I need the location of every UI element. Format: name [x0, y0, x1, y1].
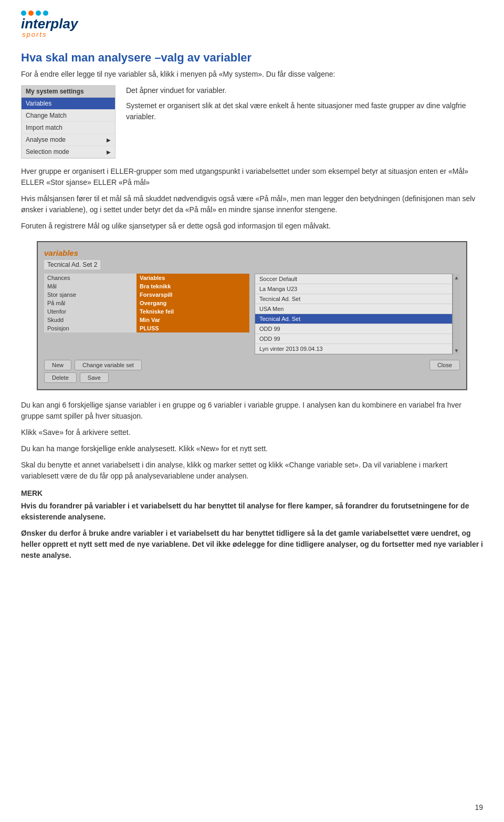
list-item-1[interactable]: La Manga U23 [255, 284, 452, 294]
page-title: Hva skal man analysere –valg av variable… [21, 51, 483, 65]
menu-panel: My system settings Variables Change Matc… [21, 85, 116, 159]
close-button[interactable]: Close [429, 360, 460, 370]
table-row: Posisjon PLUSS [44, 324, 249, 332]
table-row: Mål Bra teknikk [44, 282, 249, 290]
cell-right-6: PLUSS [136, 324, 249, 332]
cell-right-0: Variables [136, 274, 249, 282]
cell-left-5: Skudd [44, 316, 136, 324]
cell-left-6: Posisjon [44, 324, 136, 332]
new-button[interactable]: New [44, 360, 71, 370]
list-item-5[interactable]: ODD 99 [255, 324, 452, 334]
spacer [146, 360, 425, 370]
list-item-6[interactable]: ODD 99 [255, 334, 452, 344]
explanation-para2: Hvis målsjansen fører til et mål så må s… [21, 193, 483, 215]
list-item-3[interactable]: USA Men [255, 304, 452, 314]
list-item-0[interactable]: Soccer Default [255, 274, 452, 284]
logo-dots [21, 11, 48, 16]
scrollbar[interactable]: ▲ ▼ [453, 274, 460, 355]
menu-item-changematch[interactable]: Change Match [22, 110, 115, 122]
bottom-para4: Skal du benytte et annet variabelsett i … [21, 460, 483, 482]
cell-left-4: Utenfor [44, 307, 136, 316]
cell-right-1: Bra teknikk [136, 282, 249, 290]
save-button[interactable]: Save [80, 372, 109, 383]
variables-list: Soccer Default La Manga U23 Tecnical Ad.… [255, 274, 453, 355]
menu-item-variables-label: Variables [26, 100, 51, 107]
intro-para1: For å endre eller legge til nye variable… [21, 69, 483, 80]
bottom-para3: Du kan ha mange forskjellige enkle analy… [21, 443, 483, 454]
table-row: Chances Variables [44, 274, 249, 282]
variables-buttons-row2: Delete Save [44, 372, 460, 383]
explanation-para3: Foruten å registrere Mål og ulike sjanse… [21, 221, 483, 232]
bottom-para1: Du kan angi 6 forskjellige sjanse variab… [21, 400, 483, 422]
buttons-left-row1: New Change variable set [44, 360, 142, 370]
menu-open-label: Det åpner vinduet for variabler. [126, 85, 483, 96]
table-row: Utenfor Tekniske feil [44, 307, 249, 316]
variables-buttons: New Change variable set Close [44, 360, 460, 370]
menu-item-importmatch[interactable]: Import match [22, 122, 115, 134]
selectionmode-arrow-icon: ▶ [107, 149, 111, 155]
menu-item-changematch-label: Change Match [26, 112, 67, 119]
list-item-2[interactable]: Tecnical Ad. Set [255, 294, 452, 304]
variables-panel-subtitle: Tecnical Ad. Set 2 [44, 260, 100, 269]
cell-left-1: Mål [44, 282, 136, 290]
dot-3 [36, 11, 41, 16]
header: interplay sports [21, 11, 483, 38]
merk-bold2: Ønsker du derfor å bruke andre variabler… [21, 528, 483, 561]
dot-1 [21, 11, 26, 16]
cell-right-5: Min Var [136, 316, 249, 324]
table-row: Skudd Min Var [44, 316, 249, 324]
table-row: På mål Overgang [44, 299, 249, 307]
variables-left-table: Chances Variables Mål Bra teknikk Stor s… [44, 274, 249, 355]
menu-item-analysemode-label: Analyse mode [26, 136, 66, 143]
cell-right-4: Tekniske feil [136, 307, 249, 316]
menu-item-importmatch-label: Import match [26, 124, 62, 131]
cell-left-3: På mål [44, 299, 136, 307]
menu-item-variables[interactable]: Variables [22, 98, 115, 110]
page-number: 19 [475, 803, 483, 811]
bottom-para2: Klikk «Save» for å arkivere settet. [21, 427, 483, 438]
cell-left-2: Stor sjanse [44, 290, 136, 299]
menu-item-selectionmode[interactable]: Selection mode ▶ [22, 146, 115, 158]
change-variable-set-button[interactable]: Change variable set [75, 360, 142, 370]
cell-right-2: Forsvarspill [136, 290, 249, 299]
intro-right-text: Det åpner vinduet for variabler. Systeme… [126, 85, 483, 159]
two-column-section: My system settings Variables Change Matc… [21, 85, 483, 159]
variables-panel: variables Tecnical Ad. Set 2 Chances Var… [37, 241, 467, 390]
list-item-7[interactable]: Lyn vinter 2013 09.04.13 [255, 344, 452, 354]
logo: interplay sports [21, 11, 78, 38]
menu-item-analysemode[interactable]: Analyse mode ▶ [22, 134, 115, 146]
list-item-4[interactable]: Tecnical Ad. Set [255, 314, 452, 324]
variables-right-area: Soccer Default La Manga U23 Tecnical Ad.… [255, 274, 460, 355]
logo-sports: sports [22, 30, 47, 38]
variables-panel-title: variables [44, 248, 460, 257]
menu-item-selectionmode-label: Selection mode [26, 148, 69, 155]
scrollbar-down-icon[interactable]: ▼ [453, 348, 460, 353]
explanation-para1: Hver gruppe er organisert i ELLER-gruppe… [21, 166, 483, 188]
table-row: Stor sjanse Forsvarspill [44, 290, 249, 299]
buttons-left-row2: Delete Save [44, 372, 109, 383]
intro-para2: Systemet er organisert slik at det skal … [126, 100, 483, 122]
menu-title: My system settings [22, 86, 115, 98]
dot-2 [28, 11, 34, 16]
cell-left-0: Chances [44, 274, 136, 282]
cell-right-3: Overgang [136, 299, 249, 307]
merk-heading: MERK [21, 489, 483, 497]
merk-bold1: Hvis du forandrer på variabler i et vari… [21, 501, 483, 523]
logo-interplay: interplay [21, 17, 78, 30]
analysemode-arrow-icon: ▶ [107, 137, 111, 143]
variables-grid: Chances Variables Mål Bra teknikk Stor s… [44, 274, 460, 355]
delete-button[interactable]: Delete [44, 372, 77, 383]
scrollbar-up-icon[interactable]: ▲ [453, 275, 460, 280]
variables-table: Chances Variables Mål Bra teknikk Stor s… [44, 274, 249, 332]
dot-4 [43, 11, 48, 16]
